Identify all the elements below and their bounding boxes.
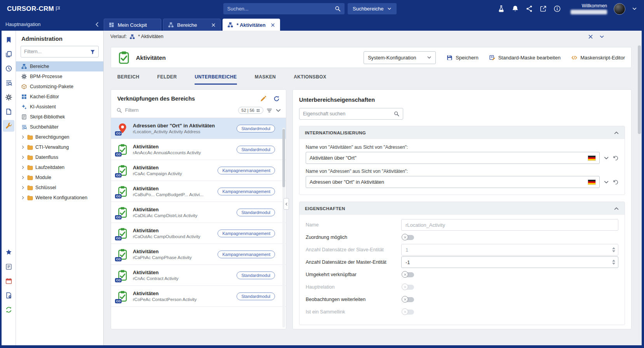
sidebar-folder-cti-verwaltung[interactable]: CTI-Verwaltung — [16, 142, 103, 152]
sidebar-item-suchbehaelter[interactable]: Suchbehälter — [16, 122, 103, 132]
configuration-select[interactable]: System-Konfiguration — [364, 51, 436, 64]
sidebar-folder-schluessel[interactable]: Schlüssel — [16, 183, 103, 193]
share-icon[interactable] — [526, 5, 533, 12]
sidebar-folder-module[interactable]: Module — [16, 172, 103, 183]
settings-gear-icon[interactable] — [3, 91, 14, 103]
save-button[interactable]: Speichern — [447, 55, 479, 61]
sidebar-filter[interactable] — [21, 46, 99, 57]
bookmarks-icon[interactable] — [3, 34, 14, 45]
undo-icon[interactable] — [613, 179, 618, 185]
list-item[interactable]: CO AktivitätenrAnAccAc AnnualAccounts Ac… — [111, 139, 286, 160]
tab-bereich[interactable]: BEREICH — [117, 74, 139, 85]
section-internationalisierung: INTERNATIONALISIERUNG Name von "Aktivitä… — [299, 126, 625, 195]
notes-icon[interactable] — [3, 261, 14, 272]
bell-icon[interactable] — [512, 5, 519, 12]
refresh-icon[interactable] — [273, 96, 280, 102]
mask-script-editor-button[interactable]: Maskenskript-Editor — [571, 55, 625, 61]
list-item[interactable]: CO AktivitätenrCaAc Campaign Activity Ka… — [111, 160, 286, 181]
search-areas-button[interactable]: Suchbereiche — [348, 3, 397, 14]
history-item[interactable]: * Aktivitäten — [138, 34, 163, 39]
main-scrollbar-thumb[interactable] — [638, 45, 641, 134]
sidebar-folder-laufzeitdaten[interactable]: Laufzeitdaten — [16, 162, 103, 172]
calendar-icon[interactable] — [3, 275, 14, 287]
edit-pencil-icon[interactable] — [260, 96, 266, 102]
section-header[interactable]: EIGENSCHAFTEN — [299, 202, 625, 215]
links-filter-input[interactable] — [125, 108, 235, 113]
umgekehrt-verknuepfbar-toggle[interactable] — [402, 272, 414, 277]
favorites-star-icon[interactable] — [3, 246, 14, 258]
undo-icon[interactable] — [613, 155, 618, 161]
list-scrollbar[interactable] — [282, 128, 285, 327]
sidebar-item-customizing-pakete[interactable]: Customizing-Pakete — [16, 82, 103, 92]
language-dropdown-icon[interactable] — [604, 179, 609, 185]
section-eigenschaften: EIGENSCHAFTEN Name Zuordnung möglich — [299, 202, 625, 325]
intl-name-input[interactable] — [310, 179, 588, 185]
collapse-sidebar-icon[interactable] — [94, 22, 100, 27]
search-icon[interactable] — [335, 6, 341, 12]
slave-count-input — [401, 244, 618, 256]
copies-icon[interactable] — [3, 48, 14, 60]
list-item[interactable]: CO AktivitätenrCnAc Contract Activity St… — [111, 265, 286, 286]
main-scrollbar[interactable] — [638, 45, 641, 341]
tab-masken[interactable]: MASKEN — [255, 74, 276, 85]
collapse-section-icon[interactable] — [614, 130, 619, 136]
expand-list-icon[interactable] — [275, 108, 281, 113]
list-item[interactable]: CO AktivitätenrCoPeAc ContactPerson Acti… — [111, 286, 286, 307]
sidebar-item-skript-bibliothek[interactable]: Skript-Bibliothek — [16, 112, 103, 122]
sidebar-item-bereiche[interactable]: Bereiche — [16, 61, 103, 71]
list-scrollbar-thumb[interactable] — [282, 129, 285, 187]
chevron-left-icon — [285, 202, 288, 206]
list-item[interactable]: CO AktivitätenrCaBuPo... CampBudgetP... … — [111, 181, 286, 202]
property-search[interactable] — [299, 108, 403, 120]
number-spinner[interactable] — [612, 260, 615, 265]
external-link-icon[interactable] — [540, 5, 547, 12]
sort-icon[interactable] — [266, 108, 272, 113]
list-item[interactable]: CO AktivitätenrCaPhAc CampPhase Activity… — [111, 244, 286, 265]
collapse-section-icon[interactable] — [614, 206, 619, 211]
close-tab-icon[interactable] — [271, 23, 275, 27]
admin-wrench-icon[interactable] — [3, 120, 14, 132]
tab-unterbereiche[interactable]: UNTERBEREICHE — [195, 74, 237, 85]
sidebar-folder-datenfluss[interactable]: Datenfluss — [16, 152, 103, 162]
properties-title: Unterbereichseigenschaften — [299, 97, 625, 103]
document-settings-icon[interactable] — [3, 289, 14, 301]
section-header[interactable]: INTERNATIONALISIERUNG — [299, 126, 625, 139]
tab-bereiche[interactable]: Bereiche — [163, 19, 221, 31]
search-list-icon[interactable] — [3, 77, 14, 89]
flask-icon[interactable] — [498, 5, 505, 12]
zuordnung-moeglich-toggle[interactable] — [402, 235, 414, 240]
sidebar-filter-input[interactable] — [24, 49, 90, 54]
sidebar-item-ki-assistent[interactable]: KI-Assistent — [16, 102, 103, 112]
info-icon[interactable] — [553, 5, 561, 12]
tab-mein-cockpit[interactable]: Mein Cockpit — [104, 19, 161, 31]
avatar[interactable] — [614, 3, 625, 15]
master-count-input[interactable] — [401, 256, 618, 268]
close-tab-icon[interactable] — [211, 23, 216, 27]
collapse-panel-handle[interactable] — [284, 198, 289, 210]
close-history-icon[interactable] — [588, 34, 593, 39]
global-search[interactable] — [223, 3, 345, 14]
sidebar-folder-berechtigungen[interactable]: Berechtigungen — [16, 132, 103, 142]
global-search-input[interactable] — [227, 6, 335, 12]
sidebar-folder-weitere-konfigurationen[interactable]: Weitere Konfigurationen — [16, 193, 103, 203]
language-dropdown-icon[interactable] — [604, 155, 609, 161]
list-item[interactable]: CO Adressen über "Ort" in AktivitätenrLo… — [111, 118, 286, 139]
list-item[interactable]: CO AktivitätenrCaDiLiAc CampDistrList Ac… — [111, 202, 286, 223]
history-dropdown-icon[interactable] — [599, 34, 604, 39]
tab-felder[interactable]: FELDER — [157, 74, 177, 85]
sitemap-icon — [228, 22, 233, 28]
beobachtungen-weiterleiten-toggle[interactable] — [402, 297, 414, 302]
user-menu-chevron-icon[interactable] — [632, 6, 637, 11]
sync-icon[interactable] — [3, 304, 14, 315]
filter-funnel-icon[interactable] — [90, 49, 95, 54]
intl-name-input[interactable] — [310, 155, 588, 161]
tab-aktionsbox[interactable]: AKTIONSBOX — [294, 74, 326, 85]
sidebar-item-bpm-prozesse[interactable]: BPM-Prozesse — [16, 71, 103, 82]
list-item[interactable]: CO AktivitätenrCaOutAc CampOutbound Acti… — [111, 223, 286, 244]
property-search-input[interactable] — [303, 111, 394, 117]
history-icon[interactable] — [3, 63, 14, 74]
tab-aktivitaeten[interactable]: * Aktivitäten — [223, 19, 280, 31]
edit-default-mask-button[interactable]: Standard-Maske bearbeiten — [489, 55, 560, 61]
document-icon[interactable] — [3, 106, 14, 117]
sidebar-item-kachel-editor[interactable]: Kachel-Editor — [16, 92, 103, 102]
